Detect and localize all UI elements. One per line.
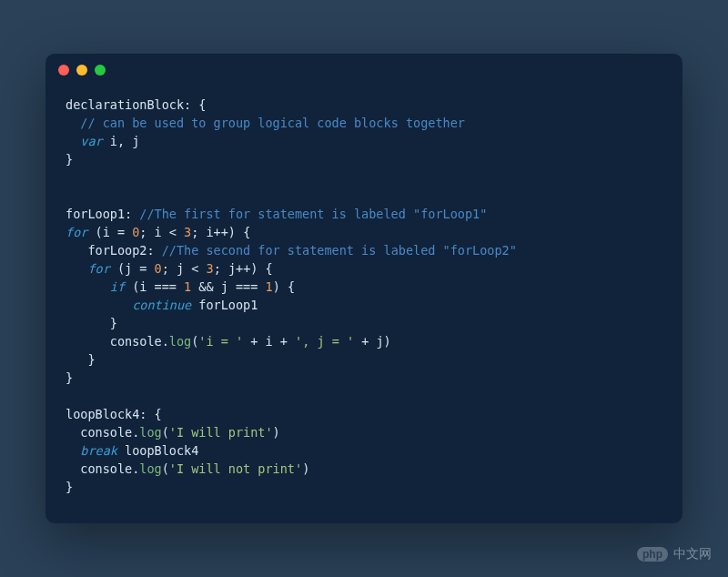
code-token <box>66 116 80 130</box>
code-token: i, j <box>103 134 140 148</box>
code-token: loopBlock4: { <box>66 407 162 421</box>
code-token: } <box>66 480 73 494</box>
code-comment: //The first for statement is labeled "fo… <box>139 207 487 221</box>
code-token: ) <box>302 461 309 476</box>
watermark-logo: php <box>637 547 668 562</box>
code-token: } <box>66 370 73 385</box>
code-token: ) <box>273 425 280 440</box>
code-string: 'I will not print' <box>169 461 302 476</box>
code-token: forLoop1: <box>66 207 139 221</box>
code-number: 0 <box>155 261 162 276</box>
code-token <box>66 298 132 312</box>
code-function: log <box>169 334 191 349</box>
code-comment: //The second for statement is labeled "f… <box>162 243 517 258</box>
code-keyword: break <box>80 443 117 458</box>
code-function: log <box>139 461 161 476</box>
minimize-icon[interactable] <box>76 65 87 76</box>
code-token: (i = <box>87 225 132 239</box>
code-string: 'i = ' <box>198 334 243 349</box>
code-token: console. <box>66 334 169 349</box>
code-keyword: if <box>110 279 125 294</box>
code-token: + j) <box>354 334 391 349</box>
code-token: ; j++) { <box>214 261 273 276</box>
maximize-icon[interactable] <box>95 65 106 76</box>
code-token: ; i++) { <box>191 225 250 239</box>
code-string: ', j = ' <box>295 334 354 349</box>
code-token <box>66 443 80 458</box>
code-token: ; j < <box>162 261 207 276</box>
code-window: declarationBlock: { // can be used to gr… <box>46 54 682 523</box>
code-comment: // can be used to group logical code blo… <box>80 116 465 130</box>
code-token: + i + <box>243 334 295 349</box>
code-token <box>66 134 80 148</box>
code-content: declarationBlock: { // can be used to gr… <box>46 86 682 523</box>
code-token: && j === <box>191 279 265 294</box>
code-number: 1 <box>184 279 191 294</box>
code-number: 3 <box>206 261 213 276</box>
code-keyword: for <box>66 225 87 239</box>
code-keyword: var <box>80 134 102 148</box>
code-token: console. <box>66 461 139 476</box>
code-token: ; i < <box>139 225 184 239</box>
code-token <box>66 279 110 294</box>
code-token: (j = <box>110 261 155 276</box>
code-keyword: for <box>87 261 109 276</box>
code-token: } <box>66 352 96 367</box>
code-token: } <box>66 316 117 330</box>
watermark: php 中文网 <box>637 546 712 562</box>
code-token: declarationBlock: { <box>66 97 206 112</box>
code-token: ) { <box>273 279 295 294</box>
code-token: forLoop2: <box>66 243 162 258</box>
code-number: 1 <box>266 279 273 294</box>
code-token: } <box>66 152 73 167</box>
code-token: ( <box>162 425 169 440</box>
code-token: (i === <box>125 279 184 294</box>
window-titlebar <box>46 54 682 86</box>
watermark-text: 中文网 <box>673 546 712 562</box>
code-function: log <box>139 425 161 440</box>
code-keyword: continue <box>132 298 191 312</box>
code-token: ( <box>162 461 169 476</box>
close-icon[interactable] <box>58 65 69 76</box>
code-token <box>66 261 87 276</box>
code-string: 'I will print' <box>169 425 273 440</box>
code-token: console. <box>66 425 139 440</box>
code-number: 3 <box>184 225 191 239</box>
code-token: forLoop1 <box>191 298 258 312</box>
code-token: loopBlock4 <box>117 443 198 458</box>
